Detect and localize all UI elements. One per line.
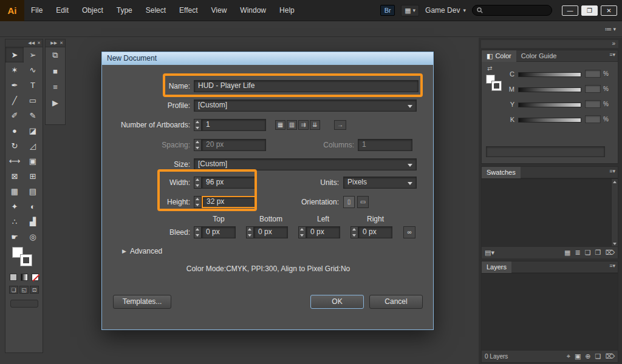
step-up-icon[interactable] xyxy=(247,227,253,232)
magic-wand-tool[interactable]: ✶ xyxy=(5,62,24,78)
draw-behind-icon[interactable]: ◱ xyxy=(19,286,29,294)
name-input[interactable]: HUD - Player Life xyxy=(194,80,419,92)
step-up-icon[interactable] xyxy=(194,140,201,145)
height-stepper[interactable] xyxy=(194,196,202,208)
eraser-tool[interactable]: ◪ xyxy=(24,123,42,138)
bleed-bottom-input[interactable]: 0 px xyxy=(254,226,288,238)
step-down-icon[interactable] xyxy=(351,232,358,238)
bleed-top-stepper[interactable] xyxy=(194,226,202,238)
make-clipping-mask-icon[interactable]: ▣ xyxy=(575,352,581,360)
new-sublayer-icon[interactable]: ⊕ xyxy=(585,352,590,360)
step-down-icon[interactable] xyxy=(247,232,253,238)
bleed-right-stepper[interactable] xyxy=(350,226,358,238)
scale-tool[interactable]: ◿ xyxy=(24,138,42,153)
step-up-icon[interactable] xyxy=(194,120,201,125)
actions-play-icon[interactable]: ▶ xyxy=(46,95,65,110)
menu-edit[interactable]: Edit xyxy=(49,0,75,21)
step-up-icon[interactable] xyxy=(194,197,201,202)
paragraph-icon[interactable]: ≡ xyxy=(46,79,65,95)
orientation-landscape-button[interactable]: ▭ xyxy=(357,196,369,208)
screen-mode-button[interactable] xyxy=(10,300,38,308)
application-bar-menu-icon[interactable]: ≔ ▾ xyxy=(604,25,616,33)
templates-button[interactable]: Templates... xyxy=(113,295,171,309)
symbol-sprayer-tool[interactable]: ∴ xyxy=(5,214,24,229)
workspace-switcher[interactable]: Game Dev ▾ xyxy=(425,6,466,15)
new-layer-icon[interactable]: ❏ xyxy=(595,352,601,360)
line-segment-tool[interactable]: ╱ xyxy=(5,93,24,108)
bleed-left-input[interactable]: 0 px xyxy=(306,226,340,238)
lasso-tool[interactable]: ∿ xyxy=(24,62,42,78)
cyan-value-input[interactable] xyxy=(585,70,601,78)
grid-by-row-icon[interactable]: ▦ xyxy=(275,120,285,130)
blob-brush-tool[interactable]: ● xyxy=(5,123,24,138)
width-stepper[interactable] xyxy=(194,177,202,189)
restore-button[interactable]: ❐ xyxy=(581,5,598,16)
grid-by-column-icon[interactable]: ▥ xyxy=(287,120,297,130)
menu-effect[interactable]: Effect xyxy=(173,0,204,21)
step-up-icon[interactable] xyxy=(194,227,201,232)
mesh-tool[interactable]: ▦ xyxy=(5,184,24,199)
swatch-options-icon[interactable]: ≣ xyxy=(575,249,580,257)
blend-tool[interactable]: ◐ xyxy=(24,199,42,214)
stroke-color-swatch[interactable] xyxy=(492,81,501,90)
expand-panels-bar[interactable]: » xyxy=(481,40,618,48)
step-down-icon[interactable] xyxy=(299,232,306,238)
orientation-portrait-button[interactable]: ▯ xyxy=(343,196,355,208)
symbols-icon[interactable]: ⧉ xyxy=(46,47,65,63)
menu-view[interactable]: View xyxy=(205,0,234,21)
close-panel-icon[interactable]: ✕ xyxy=(60,41,63,46)
hand-tool[interactable]: ☛ xyxy=(5,229,24,244)
bleed-bottom-stepper[interactable] xyxy=(246,226,254,238)
step-up-icon[interactable] xyxy=(194,177,201,183)
cancel-button[interactable]: Cancel xyxy=(369,295,423,309)
perspective-grid-tool[interactable]: ⊞ xyxy=(24,169,42,184)
step-down-icon[interactable] xyxy=(194,145,201,150)
color-spectrum-ramp[interactable] xyxy=(486,146,605,157)
height-input[interactable]: 32 px xyxy=(202,196,256,208)
free-transform-tool[interactable]: ▣ xyxy=(24,153,42,169)
panel-menu-icon[interactable]: ≡▾ xyxy=(609,263,615,269)
expand-panel-icon[interactable]: ▶▶ xyxy=(50,41,57,46)
units-dropdown[interactable]: Pixels xyxy=(343,177,417,189)
panel-menu-icon[interactable]: ≡▾ xyxy=(609,168,615,174)
swap-fill-stroke-icon[interactable]: ⇄ xyxy=(487,65,492,72)
artboards-stepper[interactable] xyxy=(194,119,202,131)
collapse-panel-icon[interactable]: ◀◀ xyxy=(28,41,35,46)
columns-input[interactable]: 1 xyxy=(358,139,412,151)
tab-swatches[interactable]: Swatches xyxy=(482,167,521,178)
yellow-value-input[interactable] xyxy=(585,100,601,108)
swatch-icon[interactable]: ■ xyxy=(46,63,65,79)
scroll-up-icon[interactable] xyxy=(612,179,618,186)
swatches-list-area[interactable] xyxy=(482,178,618,246)
stroke-color-swatch[interactable] xyxy=(21,255,32,266)
swatches-scrollbar[interactable] xyxy=(611,179,618,247)
step-down-icon[interactable] xyxy=(194,183,201,188)
minimize-button[interactable]: — xyxy=(562,5,578,16)
menu-file[interactable]: File xyxy=(24,0,49,21)
eyedropper-tool[interactable]: ✦ xyxy=(5,199,24,214)
menu-type[interactable]: Type xyxy=(110,0,139,21)
new-swatch-icon[interactable]: ❐ xyxy=(595,249,601,257)
change-layout-direction-icon[interactable]: → xyxy=(334,120,346,130)
tab-layers[interactable]: Layers xyxy=(482,261,511,273)
new-color-group-icon[interactable]: ❏ xyxy=(585,249,591,257)
black-slider[interactable] xyxy=(518,118,581,123)
step-up-icon[interactable] xyxy=(351,227,358,232)
tab-color-guide[interactable]: Color Guide xyxy=(516,50,562,62)
search-input[interactable] xyxy=(486,7,547,14)
rotate-tool[interactable]: ↻ xyxy=(5,138,24,153)
close-panel-icon[interactable]: ✕ xyxy=(37,41,41,46)
tab-color[interactable]: ◧ Color xyxy=(482,50,516,62)
arrange-by-column-icon[interactable]: ⇊ xyxy=(310,120,320,130)
gradient-tool[interactable]: ▤ xyxy=(24,184,42,199)
zoom-tool[interactable]: ◎ xyxy=(24,229,42,244)
spacing-input[interactable]: 20 px xyxy=(202,139,266,151)
draw-inside-icon[interactable]: ⊡ xyxy=(30,286,39,294)
draw-normal-icon[interactable]: ❏ xyxy=(9,286,18,294)
column-graph-tool[interactable]: ▟ xyxy=(24,214,42,229)
paintbrush-tool[interactable]: ✐ xyxy=(5,108,24,123)
pencil-tool[interactable]: ✎ xyxy=(24,108,42,123)
arrange-documents-button[interactable]: ▦ ▾ xyxy=(401,5,419,16)
advanced-disclosure[interactable]: ▶ Advanced xyxy=(122,247,162,255)
launch-bridge-button[interactable]: Br xyxy=(380,5,395,16)
